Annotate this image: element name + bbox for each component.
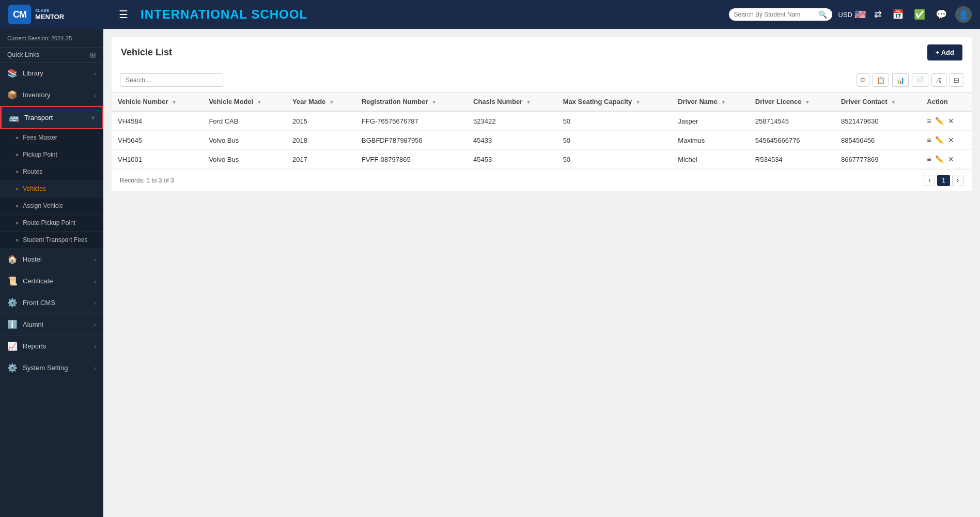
reports-icon: 📈: [7, 341, 18, 351]
col-vehicle-model[interactable]: Vehicle Model ▼: [203, 93, 286, 111]
sidebar-sub-item-assign-vehicle[interactable]: » Assign Vehicle: [0, 197, 103, 215]
prev-page-button[interactable]: ‹: [924, 175, 935, 186]
table-search-input[interactable]: [120, 73, 223, 87]
col-driver-licence[interactable]: Driver Licence ▼: [749, 93, 835, 111]
details-icon-1[interactable]: ≡: [927, 136, 931, 144]
hamburger-button[interactable]: ☰: [115, 6, 132, 23]
sidebar-item-inventory[interactable]: 📦 Inventory ‹: [0, 84, 103, 106]
next-page-button[interactable]: ›: [952, 175, 963, 186]
cell-action-0: ≡ ✏️ ✕: [921, 111, 972, 131]
sidebar-item-system-setting[interactable]: ⚙️ System Setting ‹: [0, 357, 103, 379]
sidebar-item-transport-label: Transport: [24, 114, 86, 121]
csv-button[interactable]: 📋: [873, 73, 889, 87]
pdf-button[interactable]: 📄: [912, 73, 928, 87]
page-header: Vehicle List + Add: [112, 37, 972, 68]
sidebar-sub-item-fees-master[interactable]: » Fees Master: [0, 129, 103, 146]
sidebar-item-certificate[interactable]: 📜 Certificate ‹: [0, 270, 103, 292]
edit-icon-2[interactable]: ✏️: [935, 155, 944, 163]
sidebar-item-system-setting-label: System Setting: [23, 364, 89, 372]
edit-icon-0[interactable]: ✏️: [935, 117, 944, 125]
quick-links-grid-icon[interactable]: ⊞: [90, 51, 96, 59]
col-year-made[interactable]: Year Made ▼: [286, 93, 355, 111]
sidebar-item-hostel[interactable]: 🏠 Hostel ‹: [0, 249, 103, 270]
global-search-input[interactable]: [734, 11, 815, 18]
sub-arrow-pickup-point: »: [15, 151, 19, 158]
col-driver-contact[interactable]: Driver Contact ▼: [835, 93, 921, 111]
delete-icon-0[interactable]: ✕: [948, 117, 954, 125]
cell-registrationNumber-2: FVFF-08797865: [355, 150, 467, 169]
cell-driverName-1: Maximus: [672, 131, 749, 150]
hostel-icon: 🏠: [7, 254, 18, 264]
transport-submenu: » Fees Master » Pickup Point » Routes » …: [0, 129, 103, 249]
cell-driverContact-1: 885456456: [835, 131, 921, 150]
edit-icon-1[interactable]: ✏️: [935, 136, 944, 144]
inventory-icon: 📦: [7, 90, 18, 100]
global-search-box[interactable]: 🔍: [729, 8, 832, 21]
sort-icon-driver-name: ▼: [721, 99, 726, 105]
sidebar-sub-item-routes[interactable]: » Routes: [0, 163, 103, 180]
print-button[interactable]: 🖨: [931, 73, 946, 87]
sort-icon-year-made: ▼: [329, 99, 334, 105]
delete-icon-1[interactable]: ✕: [948, 136, 954, 144]
user-avatar[interactable]: 👤: [955, 6, 972, 23]
sidebar-item-front-cms-label: Front CMS: [23, 299, 89, 307]
transport-arrow-icon: ∨: [91, 114, 95, 121]
sort-icon-vehicle-model: ▼: [257, 99, 262, 105]
table-header-row: Vehicle Number ▼ Vehicle Model ▼ Year Ma…: [112, 93, 972, 111]
details-icon-2[interactable]: ≡: [927, 155, 931, 163]
delete-icon-2[interactable]: ✕: [948, 155, 954, 163]
sidebar-sub-item-pickup-point[interactable]: » Pickup Point: [0, 146, 103, 163]
cell-yearMade-1: 2018: [286, 131, 355, 150]
logo-area: CM CLASS MENTOR: [8, 5, 106, 24]
cell-maxSeatingCapacity-0: 50: [557, 111, 672, 131]
reports-arrow-icon: ‹: [94, 343, 96, 349]
table-row: VH5645Volvo Bus2018BGBFDF787987956454335…: [112, 131, 972, 150]
cell-yearMade-0: 2015: [286, 111, 355, 131]
currency-text: USD: [838, 11, 852, 19]
currency-selector[interactable]: USD 🇺🇸: [838, 9, 866, 20]
sidebar-item-library[interactable]: 📚 Library ‹: [0, 63, 103, 84]
sidebar-sub-item-route-pickup-point[interactable]: » Route Pickup Point: [0, 215, 103, 232]
sidebar-item-transport[interactable]: 🚌 Transport ∨: [0, 106, 103, 129]
alumni-arrow-icon: ‹: [94, 322, 96, 328]
sidebar-item-hostel-label: Hostel: [23, 255, 89, 263]
calendar-icon[interactable]: 📅: [890, 7, 906, 22]
columns-button[interactable]: ⊟: [950, 73, 963, 87]
excel-button[interactable]: 📊: [892, 73, 909, 87]
library-icon: 📚: [7, 68, 18, 78]
page-1-button[interactable]: 1: [937, 175, 950, 186]
checklist-icon[interactable]: ✅: [912, 7, 927, 22]
search-icon[interactable]: 🔍: [818, 10, 827, 19]
cell-driverContact-0: 8521479630: [835, 111, 921, 131]
sort-icon-vehicle-number: ▼: [172, 99, 177, 105]
vehicles-label: Vehicles: [23, 185, 46, 192]
transport-icon: 🚌: [9, 113, 19, 123]
front-cms-arrow-icon: ‹: [94, 300, 96, 306]
sidebar-sub-item-vehicles[interactable]: » Vehicles: [0, 180, 103, 197]
route-pickup-point-label: Route Pickup Point: [23, 219, 75, 226]
whatsapp-icon[interactable]: 💬: [934, 7, 949, 22]
sidebar-sub-item-student-transport-fees[interactable]: » Student Transport Fees: [0, 232, 103, 249]
sidebar-item-reports-label: Reports: [23, 342, 89, 350]
col-max-seating-capacity[interactable]: Max Seating Capacity ▼: [557, 93, 672, 111]
cell-driverLicence-2: R534534: [749, 150, 835, 169]
cell-maxSeatingCapacity-1: 50: [557, 131, 672, 150]
cell-driverLicence-1: 545645666776: [749, 131, 835, 150]
hostel-arrow-icon: ‹: [94, 256, 96, 263]
quick-links-row: Quick Links ⊞: [0, 48, 103, 63]
sidebar-item-alumni[interactable]: ℹ️ Alumni ‹: [0, 314, 103, 336]
col-chasis-number[interactable]: Chasis Number ▼: [467, 93, 557, 111]
sidebar-item-reports[interactable]: 📈 Reports ‹: [0, 336, 103, 357]
transfer-icon[interactable]: ⇄: [872, 7, 884, 22]
sidebar: Current Session: 2024-25 Quick Links ⊞ 📚…: [0, 29, 103, 517]
action-icons-1: ≡ ✏️ ✕: [927, 136, 966, 144]
copy-button[interactable]: ⧉: [857, 73, 869, 87]
col-registration-number[interactable]: Registration Number ▼: [355, 93, 467, 111]
sidebar-item-front-cms[interactable]: ⚙️ Front CMS ‹: [0, 292, 103, 314]
inventory-arrow-icon: ‹: [94, 92, 96, 98]
col-vehicle-number[interactable]: Vehicle Number ▼: [112, 93, 203, 111]
col-driver-name[interactable]: Driver Name ▼: [672, 93, 749, 111]
details-icon-0[interactable]: ≡: [927, 117, 931, 125]
certificate-arrow-icon: ‹: [94, 278, 96, 284]
add-vehicle-button[interactable]: + Add: [927, 44, 962, 60]
